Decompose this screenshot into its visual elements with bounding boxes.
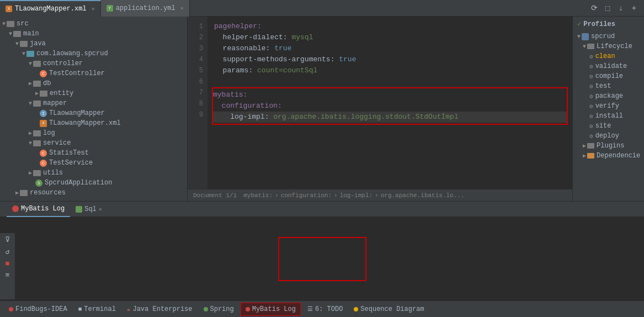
tree-item-entity[interactable]: ▶ entity (0, 88, 187, 98)
folder-icon-main (13, 31, 21, 37)
maven-lifecycle-header[interactable]: ▼ Lifecycle (573, 41, 644, 51)
tree-item-statistest[interactable]: C StatisTest (0, 148, 187, 158)
arrow-utils: ▶ (29, 170, 32, 176)
footer-tool-terminal[interactable]: ■ Terminal (74, 303, 120, 316)
label-verify: verify (595, 102, 619, 110)
close-sql-tab[interactable]: ✕ (99, 206, 102, 213)
profiles-label: Profiles (583, 20, 615, 28)
label-main: main (23, 30, 39, 38)
tree-item-spcrudapp[interactable]: S SpcrudApplication (0, 178, 187, 188)
mybatis-tab-icon (12, 205, 19, 212)
maven-item-install[interactable]: ⚙ install (573, 111, 644, 121)
tree-item-log[interactable]: ▶ log (0, 128, 187, 138)
tree-item-service[interactable]: ▼ service (0, 138, 187, 148)
maven-item-site[interactable]: ⚙ site (573, 121, 644, 131)
tree-item-main[interactable]: ▼ main (0, 29, 187, 39)
footer-tool-spring[interactable]: Spring (199, 303, 238, 316)
code-line-6 (214, 76, 566, 87)
maven-dependencies-header[interactable]: ▶ Dependencie (573, 151, 644, 161)
clear-icon[interactable]: ≡ (6, 271, 10, 279)
folder-icon-service (33, 140, 41, 146)
terminal-label: Terminal (84, 305, 116, 313)
build-button[interactable]: ⬚ (602, 3, 613, 14)
tree-item-package[interactable]: ▼ com.laowang.spcrud (0, 49, 187, 59)
tree-item-resources[interactable]: ▶ resources (0, 188, 187, 198)
gear-icon-validate: ⚙ (589, 63, 593, 70)
footer-tool-java-enterprise[interactable]: ☕ Java Enterprise (123, 303, 197, 316)
code-line-7: mybatis: (213, 89, 567, 101)
folder-icon-spcrud (582, 33, 589, 40)
close-tab-application[interactable]: ✕ (180, 5, 184, 12)
line-num-9: 9 (188, 109, 207, 120)
tree-item-testcontroller[interactable]: C TestController (0, 68, 187, 78)
code-line-8: configuration: (213, 101, 567, 112)
label-compile: compile (595, 72, 623, 80)
footer-tool-mybatis-log[interactable]: MyBatis Log (241, 303, 301, 316)
tab-tlaowangmapper-xml[interactable]: X TLaowangMapper.xml ✕ (0, 0, 101, 17)
arrow-src: ▼ (2, 21, 6, 27)
tree-item-src[interactable]: ▼ src (0, 19, 187, 29)
label-java: java (30, 40, 46, 47)
maven-item-compile[interactable]: ⚙ compile (573, 71, 644, 81)
filter-icon[interactable]: ⊽ (5, 235, 10, 244)
arrow-resources: ▶ (15, 189, 19, 196)
label-install: install (595, 112, 623, 120)
label-utils: utils (43, 169, 63, 177)
main-content-area: ▼ src ▼ main ▼ java ▼ com.laowang.spcrud (0, 17, 644, 201)
label-plugins: Plugins (597, 142, 624, 150)
tree-item-java[interactable]: ▼ java (0, 39, 187, 49)
download-button[interactable]: ↓ (615, 3, 626, 14)
maven-item-package[interactable]: ⚙ package (573, 91, 644, 101)
bottom-content-area (0, 217, 644, 300)
label-validate: validate (595, 62, 627, 70)
arrow-plugins: ▶ (583, 142, 586, 149)
tree-item-controller[interactable]: ▼ controller (0, 59, 187, 68)
code-content[interactable]: pagehelper: helper-dialect: mysql reason… (207, 17, 572, 189)
tree-item-mapper-xml[interactable]: X TLaowangMapper.xml (0, 118, 187, 128)
arrow-java: ▼ (15, 41, 19, 47)
code-line-3: reasonable: true (214, 43, 566, 54)
arrow-dependencies: ▶ (583, 152, 586, 159)
java-enterprise-icon: ☕ (127, 305, 131, 313)
java-icon-statistest: C (40, 150, 47, 157)
folder-icon-log (33, 130, 41, 136)
tree-item-mapper[interactable]: ▼ mapper (0, 98, 187, 108)
bottom-tab-bar: MyBatis Log Sql ✕ (0, 202, 644, 217)
tree-item-mapper-java[interactable]: I TLaowangMapper (0, 108, 187, 118)
status-doc: Document 1/1 (193, 192, 237, 199)
java-enterprise-label: Java Enterprise (132, 305, 192, 313)
tab-action-area: ⟳ ⬚ ↓ + (584, 3, 644, 14)
arrow-db: ▶ (29, 80, 32, 87)
arrow-main: ▼ (9, 31, 12, 37)
bottom-tab-mybatis[interactable]: MyBatis Log (7, 202, 70, 217)
maven-item-deploy[interactable]: ⚙ deploy (573, 131, 644, 141)
maven-plugins-header[interactable]: ▶ Plugins (573, 141, 644, 151)
tree-item-db[interactable]: ▶ db (0, 78, 187, 88)
maven-project-spcrud[interactable]: ▼ spcrud (573, 31, 644, 41)
maven-item-validate[interactable]: ⚙ validate (573, 61, 644, 71)
maven-item-clean[interactable]: ⚙ clean (573, 51, 644, 61)
mybatis-log-dot (246, 307, 250, 311)
maven-item-verify[interactable]: ⚙ verify (573, 101, 644, 111)
add-tab-button[interactable]: + (629, 3, 640, 14)
tree-item-utils[interactable]: ▶ utils (0, 168, 187, 178)
status-org-apache: org.apache.ibatis.lo... (381, 192, 465, 199)
tab-application-yml[interactable]: Y application.yml ✕ (101, 0, 190, 17)
bottom-tab-sql[interactable]: Sql ✕ (70, 202, 108, 217)
refresh-button[interactable]: ⟳ (589, 3, 600, 14)
close-tab-tlaowang[interactable]: ✕ (92, 6, 95, 12)
footer-tool-todo[interactable]: ☰ 6: TODO (303, 303, 347, 316)
label-dependencies: Dependencie (597, 152, 640, 160)
gear-icon-install: ⚙ (589, 113, 593, 120)
maven-item-test[interactable]: ⚙ test (573, 81, 644, 91)
arrow-entity: ▶ (35, 90, 39, 97)
line-num-4: 4 (188, 54, 207, 65)
code-editor[interactable]: 1 2 3 4 5 6 7 8 9 pagehelper: helper-dia… (188, 17, 572, 189)
stop-icon[interactable]: ■ (6, 260, 10, 268)
findbugs-dot (9, 307, 13, 311)
footer-tool-sequence[interactable]: Sequence Diagram (349, 303, 428, 316)
refresh-panel-icon[interactable]: ↺ (6, 247, 10, 256)
plugins-folder-icon (587, 143, 594, 149)
tree-item-testservice[interactable]: C TestService (0, 158, 187, 168)
footer-tool-findbugs[interactable]: FindBugs-IDEA (4, 303, 72, 316)
